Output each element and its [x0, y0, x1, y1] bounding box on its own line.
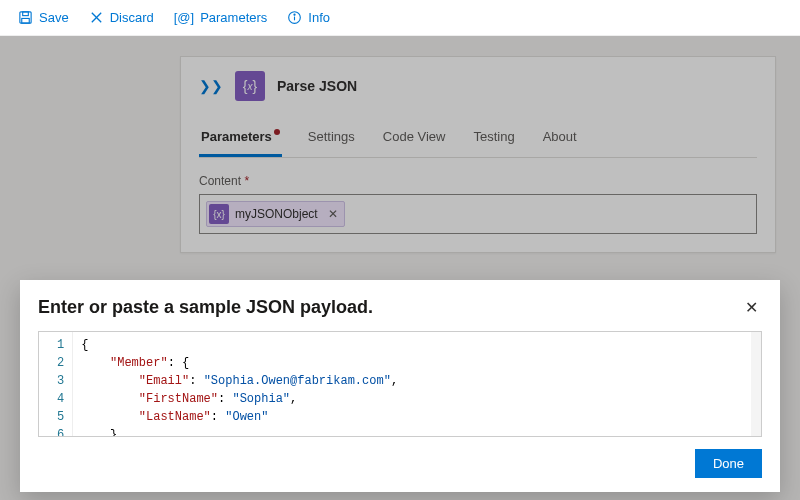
close-icon[interactable]: ✕ [741, 294, 762, 321]
info-button[interactable]: Info [279, 6, 338, 29]
svg-point-7 [294, 14, 295, 15]
editor-gutter: 1 2 3 4 5 6 7 [39, 332, 73, 436]
done-button[interactable]: Done [695, 449, 762, 478]
discard-icon [89, 10, 104, 25]
top-toolbar: Save Discard [@] Parameters Info [0, 0, 800, 36]
discard-button[interactable]: Discard [81, 6, 162, 29]
save-button[interactable]: Save [10, 6, 77, 29]
info-icon [287, 10, 302, 25]
parameters-icon: [@] [174, 10, 194, 25]
info-label: Info [308, 10, 330, 25]
svg-rect-1 [23, 12, 29, 16]
svg-rect-2 [22, 18, 30, 23]
save-icon [18, 10, 33, 25]
editor-scrollbar[interactable] [751, 332, 761, 436]
editor-content[interactable]: { "Member": { "Email": "Sophia.Owen@fabr… [73, 332, 761, 436]
json-editor[interactable]: 1 2 3 4 5 6 7 { "Member": { "Email": "So… [38, 331, 762, 437]
parameters-button[interactable]: [@] Parameters [166, 6, 276, 29]
parameters-label: Parameters [200, 10, 267, 25]
save-label: Save [39, 10, 69, 25]
dialog-title: Enter or paste a sample JSON payload. [38, 297, 373, 318]
sample-json-dialog: Enter or paste a sample JSON payload. ✕ … [20, 280, 780, 492]
discard-label: Discard [110, 10, 154, 25]
